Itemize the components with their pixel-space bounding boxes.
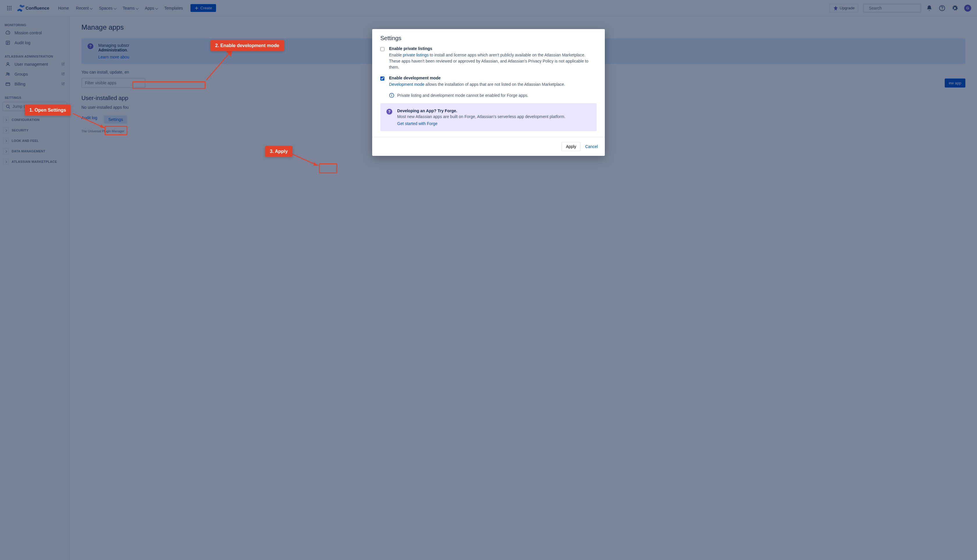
- dev-mode-desc: Development mode allows the installation…: [389, 82, 597, 88]
- svg-point-31: [392, 94, 392, 95]
- dev-mode-title: Enable development mode: [389, 76, 597, 80]
- svg-text:?: ?: [388, 110, 390, 114]
- forge-link[interactable]: Get started with Forge: [397, 121, 438, 126]
- apply-button[interactable]: Apply: [562, 142, 580, 151]
- callout-title: Developing an App? Try Forge.: [397, 108, 565, 113]
- private-listings-title: Enable private listings: [389, 46, 597, 51]
- settings-modal: Settings Enable private listings Enable …: [372, 29, 605, 156]
- annotation-step2: 2. Enable development mode: [210, 40, 284, 51]
- dev-mode-checkbox[interactable]: [380, 77, 384, 80]
- cancel-button[interactable]: Cancel: [585, 144, 598, 149]
- forge-info-note: Private listing and development mode can…: [389, 93, 597, 98]
- private-listings-desc: Enable private listings to install and l…: [389, 52, 597, 70]
- annotation-step3: 3. Apply: [265, 146, 292, 157]
- modal-overlay: Settings Enable private listings Enable …: [0, 0, 977, 560]
- private-listings-link[interactable]: private listings: [403, 53, 428, 57]
- annotation-step1: 1. Open Settings: [25, 105, 71, 116]
- callout-desc: Most new Atlassian apps are built on For…: [397, 114, 565, 119]
- info-icon: [389, 93, 394, 98]
- info-icon: ?: [386, 108, 393, 126]
- dev-mode-link[interactable]: Development mode: [389, 82, 424, 87]
- forge-callout: ? Developing an App? Try Forge. Most new…: [380, 103, 597, 131]
- modal-title: Settings: [372, 29, 605, 46]
- private-listings-checkbox[interactable]: [380, 47, 384, 51]
